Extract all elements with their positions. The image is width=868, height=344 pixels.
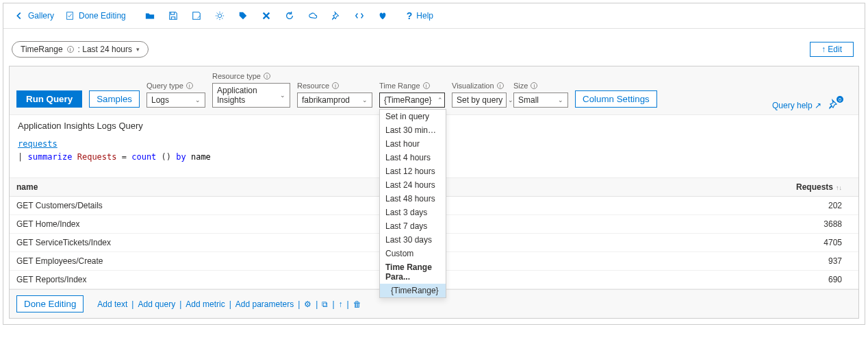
resource-type-label: Resource type: [212, 72, 261, 80]
pin-badge-icon[interactable]: 0: [828, 99, 839, 112]
dd-set-in-query[interactable]: Set in query: [380, 110, 446, 123]
run-query-button[interactable]: Run Query: [16, 90, 82, 108]
resource-label: Resource: [297, 82, 329, 90]
time-range-group: Time Rangei {TimeRange} ⌃ Set in query L…: [379, 82, 445, 108]
size-group: Sizei Small ⌄: [513, 82, 568, 108]
query-controls: Run Query Samples Query typei Logs ⌄ Res…: [10, 66, 858, 114]
size-value: Small: [518, 95, 539, 105]
code-line1: requests: [18, 139, 58, 149]
info-icon: i: [67, 46, 74, 53]
tag-icon[interactable]: [233, 8, 253, 23]
info-icon: i: [497, 82, 504, 89]
size-select[interactable]: Small ⌄: [513, 93, 568, 108]
save-as-icon[interactable]: [186, 8, 207, 23]
settings-icon[interactable]: [209, 8, 230, 23]
delete-footer-icon[interactable]: 🗑: [353, 299, 361, 309]
help-label: Help: [416, 11, 433, 21]
back-arrow-icon: [14, 11, 24, 21]
time-range-value: {TimeRange}: [384, 95, 432, 105]
query-type-select[interactable]: Logs ⌄: [146, 93, 205, 108]
dd-last-7-days[interactable]: Last 7 days: [380, 219, 446, 233]
size-label: Size: [513, 82, 528, 90]
samples-button[interactable]: Samples: [89, 90, 140, 108]
time-range-dropdown: Set in query Last 30 minutes Last hour L…: [379, 109, 446, 298]
copy-footer-icon[interactable]: ⧉: [322, 299, 328, 309]
external-link-icon: ↗: [815, 101, 821, 110]
dd-param-timerange[interactable]: {TimeRange}: [380, 284, 446, 297]
query-help-link[interactable]: Query help ↗: [772, 101, 821, 110]
resource-type-value: Application Insights: [217, 86, 275, 105]
query-help-area: Query help ↗ 0: [772, 99, 839, 112]
dd-last-hour[interactable]: Last hour: [380, 137, 446, 151]
dd-last-48-hours[interactable]: Last 48 hours: [380, 192, 446, 206]
dd-custom[interactable]: Custom: [380, 247, 446, 260]
query-type-value: Logs: [151, 95, 169, 105]
info-icon: i: [531, 82, 537, 89]
query-title: Application Insights Logs Query: [18, 121, 143, 131]
heart-icon[interactable]: [372, 8, 393, 23]
resource-group: Resourcei fabrikamprod ⌄: [297, 82, 372, 108]
visualization-label: Visualization: [452, 82, 494, 90]
chevron-down-icon: ⌄: [558, 97, 563, 103]
kw-by: by: [176, 152, 186, 162]
timerange-pill[interactable]: TimeRange i : Last 24 hours ▾: [12, 41, 149, 58]
dd-last-30-days[interactable]: Last 30 days: [380, 233, 446, 247]
query-type-group: Query typei Logs ⌄: [146, 82, 205, 108]
dd-last-12-hours[interactable]: Last 12 hours: [380, 164, 446, 178]
folder-icon[interactable]: [140, 8, 160, 23]
kw-summarize: summarize: [27, 152, 72, 162]
parameter-row: TimeRange i : Last 24 hours ▾ ↑ Edit: [3, 29, 865, 66]
col-header-requests[interactable]: Requests↑↓: [790, 182, 852, 192]
close-x-icon[interactable]: [256, 8, 277, 23]
cell-requests: 202: [790, 201, 852, 210]
info-icon: i: [332, 82, 339, 89]
edit-button[interactable]: ↑ Edit: [810, 42, 854, 57]
column-settings-button[interactable]: Column Settings: [575, 90, 657, 108]
time-range-label: Time Range: [379, 82, 420, 90]
app-window: Gallery Done Editing ? Help TimeRange i …: [3, 3, 865, 325]
refresh-icon[interactable]: [279, 8, 300, 23]
resource-select[interactable]: fabrikamprod ⌄: [297, 93, 372, 108]
done-editing-label: Done Editing: [79, 11, 126, 21]
timerange-pill-value: : Last 24 hours: [78, 45, 132, 54]
svg-point-1: [218, 14, 221, 17]
done-editing-button[interactable]: Done Editing: [61, 8, 130, 23]
resource-type-group: Resource typei Application Insights ⌄: [212, 72, 290, 108]
cloud-icon[interactable]: [303, 8, 323, 23]
add-query-link[interactable]: Add query: [138, 299, 175, 309]
timerange-pill-label: TimeRange: [21, 45, 63, 54]
info-icon: i: [423, 82, 430, 89]
chevron-down-icon: ⌄: [195, 97, 201, 103]
dd-last-4-hours[interactable]: Last 4 hours: [380, 151, 446, 164]
visualization-value: Set by query: [457, 95, 502, 105]
time-range-select[interactable]: {TimeRange} ⌃: [379, 93, 445, 108]
kw-count: count: [131, 152, 156, 162]
add-text-link[interactable]: Add text: [97, 299, 127, 309]
chevron-up-icon: ⌃: [437, 97, 443, 103]
dd-last-3-days[interactable]: Last 3 days: [380, 206, 446, 219]
chevron-down-icon: ⌄: [280, 92, 285, 99]
query-type-label: Query type: [146, 82, 183, 90]
move-up-footer-icon[interactable]: ↑: [339, 299, 343, 309]
gallery-button[interactable]: Gallery: [10, 8, 58, 23]
add-metric-link[interactable]: Add metric: [186, 299, 225, 309]
code-icon[interactable]: [349, 8, 370, 23]
resource-type-select[interactable]: Application Insights ⌄: [212, 83, 290, 108]
pin-icon[interactable]: [326, 8, 346, 23]
cell-requests: 690: [790, 275, 852, 284]
chevron-down-icon: ▾: [136, 46, 140, 53]
add-parameters-link[interactable]: Add parameters: [235, 299, 294, 309]
dd-param-header: Time Range Para...: [380, 260, 446, 284]
cell-requests: 937: [790, 256, 852, 266]
gear-footer-icon[interactable]: ⚙: [304, 299, 311, 309]
info-icon: i: [186, 82, 193, 89]
help-icon: ?: [407, 10, 413, 21]
done-editing-footer-button[interactable]: Done Editing: [16, 295, 84, 312]
cell-requests: 3688: [790, 219, 852, 229]
save-icon[interactable]: [163, 8, 183, 23]
visualization-select[interactable]: Set by query ⌄: [452, 93, 507, 108]
dd-last-24-hours[interactable]: Last 24 hours: [380, 178, 446, 192]
help-button[interactable]: ? Help: [403, 8, 437, 24]
resource-value: fabrikamprod: [302, 95, 350, 105]
dd-last-30-min[interactable]: Last 30 minutes: [380, 123, 446, 137]
